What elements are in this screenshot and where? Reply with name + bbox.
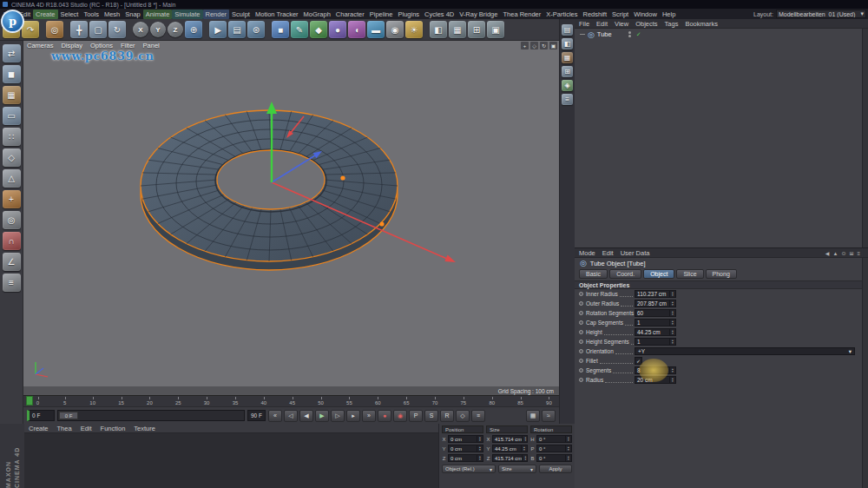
timeline-ruler[interactable]: 051015202530354045505560657075808590 [23, 395, 559, 406]
coordinate-mode-dropdown[interactable]: Object (Rel.) ▾ [442, 465, 496, 473]
next-key-button[interactable]: ▸ [346, 410, 360, 422]
property-number-field[interactable]: 207.857 cm ▴▾ [635, 300, 676, 307]
material-menu-item[interactable]: Create [29, 425, 49, 432]
menu-item[interactable]: Motion Tracker [253, 10, 301, 19]
keyframe-circle-icon[interactable] [579, 368, 583, 373]
panel-browser-icon[interactable]: ▦ [562, 52, 573, 63]
subdivision-surface-icon[interactable]: ● [329, 21, 346, 38]
property-number-field[interactable]: 20 cm ▴▾ [635, 376, 676, 384]
sound-toggle-icon[interactable]: ≈ [542, 410, 556, 422]
coordinate-field[interactable]: 0 ° ▴▾ [536, 445, 572, 452]
wireframe-mode-icon[interactable]: ▦ [449, 21, 466, 38]
parent-object-icon[interactable]: ▲ [832, 251, 838, 256]
rotate-tool-icon[interactable]: ↻ [108, 21, 126, 38]
material-list[interactable] [24, 433, 438, 488]
timeline-tick[interactable]: 80 [489, 400, 495, 406]
play-button[interactable]: ▶ [315, 410, 329, 422]
panel-layers-icon[interactable]: ≡ [562, 94, 573, 105]
menu-item[interactable]: Cycles 4D [422, 10, 457, 19]
attribute-menu-item[interactable]: User Data [621, 249, 650, 257]
menu-item[interactable]: Mesh [102, 10, 122, 19]
menu-item[interactable]: Window [631, 10, 660, 19]
keyframe-circle-icon[interactable] [579, 378, 583, 382]
keyframe-circle-icon[interactable] [579, 301, 583, 306]
material-menu-item[interactable]: Texture [134, 425, 155, 432]
move-tool-icon[interactable]: ╋ [70, 21, 88, 38]
rotate-view-icon[interactable]: ↻ [540, 42, 548, 49]
menu-item[interactable]: V-Ray Bridge [457, 10, 500, 19]
menu-item[interactable]: MoGraph [301, 10, 333, 19]
timeline-tick[interactable]: 15 [118, 400, 124, 406]
property-number-field[interactable]: 8 ▴▾ [635, 366, 676, 374]
panel-structure-icon[interactable]: ◧ [562, 38, 573, 49]
model-mode-icon[interactable]: ◼ [3, 65, 21, 83]
object-manager-menu-item[interactable]: Edit [596, 20, 608, 28]
end-frame-field[interactable]: 90 F [247, 410, 266, 421]
viewport[interactable]: CamerasDisplayOptionsFilterPanel + ◇ ↻ ▣… [23, 41, 559, 395]
material-menu-item[interactable]: Edit [81, 425, 92, 432]
current-frame-field[interactable]: 0 F [27, 410, 55, 421]
spinner-icon[interactable]: ▴▾ [522, 455, 528, 461]
display-mode-icon[interactable]: ◧ [430, 21, 447, 38]
spinner-icon[interactable]: ▴▾ [669, 310, 675, 316]
timeline-tick[interactable]: 55 [346, 400, 352, 406]
render-view-icon[interactable]: ▶ [209, 21, 227, 38]
menu-item[interactable]: Character [333, 10, 367, 19]
panel-objects-icon[interactable]: ▤ [562, 24, 573, 36]
enable-axis-icon[interactable]: + [3, 190, 21, 208]
property-number-field[interactable]: 110.237 cm ▴▾ [635, 290, 676, 298]
toolbar-icon[interactable] [204, 21, 207, 38]
toolbar-icon[interactable] [128, 21, 131, 38]
material-menu-item[interactable]: Function [101, 425, 126, 432]
menu-item[interactable]: Render [203, 10, 230, 19]
timeline-tick[interactable]: 85 [517, 400, 523, 406]
object-manager-menu-item[interactable]: File [579, 20, 589, 28]
attribute-tab[interactable]: Slice [676, 269, 703, 279]
property-dropdown[interactable]: +Y ▾ [635, 347, 855, 355]
timeline-tick[interactable]: 30 [204, 400, 210, 406]
spinner-icon[interactable]: ▴▾ [669, 329, 675, 335]
menu-item[interactable]: Redshift [581, 10, 610, 19]
timeline-tick[interactable]: 90 [546, 400, 552, 406]
lock-z-axis-icon[interactable]: Z [168, 22, 183, 37]
texture-mode-icon[interactable]: ▦ [3, 86, 21, 104]
attribute-manager-scrollbar[interactable] [862, 258, 868, 488]
spinner-icon[interactable]: ▴▾ [669, 291, 675, 297]
lock-x-axis-icon[interactable]: X [133, 22, 148, 37]
redo-icon[interactable]: ↷ [22, 21, 39, 38]
viewport-canvas[interactable] [23, 41, 559, 395]
menu-item[interactable]: Plugins [395, 10, 422, 19]
attribute-tab[interactable]: Coord. [609, 269, 641, 279]
spinner-icon[interactable]: ▴▾ [477, 445, 483, 452]
viewport-menu-item[interactable]: Filter [121, 42, 135, 49]
light-icon[interactable]: ☀ [405, 21, 423, 38]
property-number-field[interactable]: 1 ▴▾ [635, 319, 676, 326]
timeline-tick[interactable]: 45 [289, 400, 295, 406]
menu-item[interactable]: Script [609, 10, 631, 19]
attribute-tab[interactable]: Phong [706, 269, 737, 279]
toolbar-icon[interactable] [424, 21, 428, 38]
polygons-mode-icon[interactable]: △ [3, 169, 21, 188]
layout-dropdown[interactable]: Modellbearbeiten_01 (Used) ▾ [776, 10, 866, 18]
coordinate-system-icon[interactable]: ⊕ [185, 21, 202, 38]
spinner-icon[interactable]: ▴▾ [565, 455, 571, 461]
viewport-menu-item[interactable]: Options [90, 42, 113, 49]
prev-frame-button[interactable]: ◀ [299, 410, 313, 422]
timeline-tick[interactable]: 60 [375, 400, 381, 406]
object-manager-menu-item[interactable]: Objects [635, 20, 657, 28]
interactive-render-icon[interactable]: ▣ [487, 21, 504, 38]
spinner-icon[interactable]: ▴▾ [565, 445, 571, 452]
panel-material-icon[interactable]: ◈ [562, 80, 573, 91]
timeline-tick[interactable]: 20 [147, 400, 153, 406]
menu-item[interactable]: Help [660, 10, 678, 19]
spinner-icon[interactable]: ▴▾ [477, 436, 483, 442]
render-picture-viewer-icon[interactable]: ▤ [228, 21, 246, 38]
object-manager-menu-item[interactable]: Bookmarks [685, 20, 718, 28]
timeline-tick[interactable]: 50 [318, 400, 324, 406]
spinner-icon[interactable]: ▴▾ [669, 377, 675, 383]
lock-icon[interactable]: ⊙ [841, 250, 845, 256]
mograph-icon[interactable]: ◆ [310, 21, 327, 38]
goto-start-button[interactable]: « [268, 410, 282, 422]
lock-y-axis-icon[interactable]: Y [150, 22, 166, 37]
spinner-icon[interactable]: ▴▾ [522, 436, 528, 442]
